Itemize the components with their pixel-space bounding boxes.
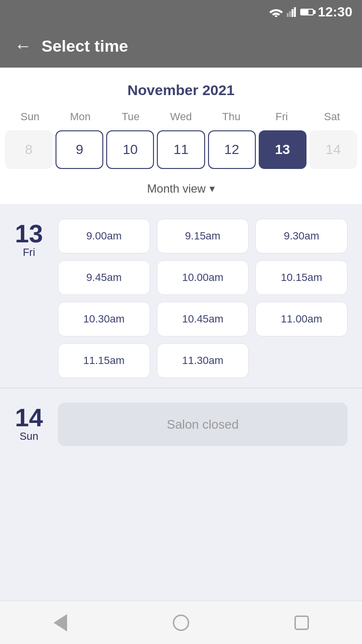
- back-triangle-icon: [54, 614, 67, 631]
- day-header-row-14: 14 Sun Salon closed: [14, 403, 348, 446]
- chevron-down-icon: ▾: [209, 182, 215, 195]
- salon-closed-box: Salon closed: [58, 403, 348, 446]
- time-slot-1000am[interactable]: 10.00am: [157, 260, 249, 295]
- calendar-month: November 2021: [0, 77, 362, 108]
- calendar-section: November 2021 Sun Mon Tue Wed Thu Fri Sa…: [0, 68, 362, 204]
- weekday-sun: Sun: [5, 108, 55, 126]
- day-number-13: 13: [15, 221, 43, 246]
- day-section-14: 14 Sun Salon closed: [0, 388, 362, 456]
- svg-rect-3: [292, 9, 293, 17]
- date-8[interactable]: 8: [5, 130, 53, 169]
- bottom-nav: [0, 601, 362, 644]
- battery-icon: [300, 9, 314, 15]
- time-slot-915am[interactable]: 9.15am: [157, 219, 249, 253]
- date-9[interactable]: 9: [56, 130, 103, 169]
- status-time: 12:30: [318, 4, 352, 20]
- date-14[interactable]: 14: [309, 130, 357, 169]
- nav-recent-button[interactable]: [292, 613, 311, 632]
- time-slot-1045am[interactable]: 10.45am: [157, 302, 249, 336]
- time-slot-1130am[interactable]: 11.30am: [157, 343, 249, 378]
- wifi-icon: [269, 7, 283, 17]
- recent-square-icon: [294, 616, 309, 630]
- nav-home-button[interactable]: [171, 613, 191, 632]
- status-icons: 12:30: [269, 4, 352, 20]
- weekday-thu: Thu: [206, 108, 256, 126]
- date-10[interactable]: 10: [106, 130, 154, 169]
- weekday-fri: Fri: [256, 108, 306, 126]
- svg-rect-2: [289, 11, 291, 17]
- day-number-block-14: 14 Sun: [14, 403, 43, 443]
- weekday-tue: Tue: [106, 108, 156, 126]
- date-13[interactable]: 13: [259, 130, 306, 169]
- calendar-dates: 8 9 10 11 12 13 14: [0, 126, 362, 176]
- time-slot-1015am[interactable]: 10.15am: [255, 260, 348, 295]
- day-name-13: Fri: [23, 246, 35, 259]
- time-slots-section: 13 Fri 9.00am 9.15am 9.30am 9.45am 10.00…: [0, 204, 362, 601]
- day-section-13: 13 Fri 9.00am 9.15am 9.30am 9.45am 10.00…: [0, 204, 362, 388]
- day-header-row-13: 13 Fri 9.00am 9.15am 9.30am 9.45am 10.00…: [14, 219, 348, 378]
- month-view-toggle[interactable]: Month view ▾: [0, 176, 362, 204]
- time-slot-1115am[interactable]: 11.15am: [58, 343, 150, 378]
- date-11[interactable]: 11: [157, 130, 205, 169]
- svg-rect-1: [287, 13, 289, 17]
- weekday-mon: Mon: [55, 108, 105, 126]
- header: ← Select time: [0, 24, 362, 68]
- day-number-14: 14: [15, 405, 43, 430]
- time-slot-900am[interactable]: 9.00am: [58, 219, 150, 253]
- home-circle-icon: [173, 615, 189, 631]
- calendar-weekdays: Sun Mon Tue Wed Thu Fri Sat: [0, 108, 362, 126]
- svg-rect-4: [294, 7, 296, 17]
- time-grid-13: 9.00am 9.15am 9.30am 9.45am 10.00am 10.1…: [58, 219, 348, 378]
- back-button[interactable]: ←: [14, 37, 32, 55]
- time-slot-1030am[interactable]: 10.30am: [58, 302, 150, 336]
- day-number-block-13: 13 Fri: [14, 219, 43, 259]
- day-name-14: Sun: [19, 430, 38, 443]
- nav-back-button[interactable]: [51, 613, 70, 632]
- date-12[interactable]: 12: [208, 130, 256, 169]
- status-bar: 12:30: [0, 0, 362, 24]
- svg-point-0: [275, 15, 278, 17]
- time-slot-1100am[interactable]: 11.00am: [255, 302, 348, 336]
- page-title: Select time: [42, 37, 128, 56]
- signal-icon: [287, 7, 296, 17]
- weekday-wed: Wed: [156, 108, 206, 126]
- time-slot-930am[interactable]: 9.30am: [255, 219, 348, 253]
- weekday-sat: Sat: [307, 108, 357, 126]
- month-view-label: Month view: [147, 182, 206, 196]
- time-slot-945am[interactable]: 9.45am: [58, 260, 150, 295]
